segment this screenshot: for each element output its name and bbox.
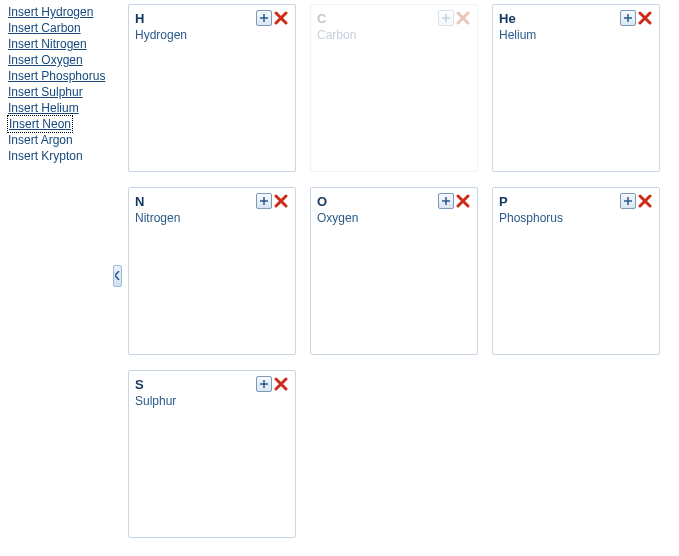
card-symbol: H bbox=[135, 11, 256, 26]
plus-icon bbox=[259, 13, 269, 23]
card-name: Carbon bbox=[317, 28, 471, 42]
remove-button[interactable] bbox=[455, 10, 471, 26]
add-button[interactable] bbox=[620, 10, 636, 26]
insert-oxygen-link[interactable]: Insert Oxygen bbox=[8, 52, 113, 68]
plus-icon bbox=[259, 196, 269, 206]
card-symbol: O bbox=[317, 194, 438, 209]
close-icon bbox=[274, 194, 288, 208]
cards-area: H Hydrogen C bbox=[128, 4, 668, 553]
add-button[interactable] bbox=[256, 376, 272, 392]
plus-icon bbox=[441, 13, 451, 23]
remove-button[interactable] bbox=[455, 193, 471, 209]
insert-argon-link[interactable]: Insert Argon bbox=[8, 132, 113, 148]
card-carbon: C Carbon bbox=[310, 4, 478, 172]
close-icon bbox=[274, 11, 288, 25]
plus-icon bbox=[441, 196, 451, 206]
card-sulphur: S Sulphur bbox=[128, 370, 296, 538]
card-symbol: N bbox=[135, 194, 256, 209]
remove-button[interactable] bbox=[273, 193, 289, 209]
card-name: Oxygen bbox=[317, 211, 471, 225]
card-name: Phosphorus bbox=[499, 211, 653, 225]
insert-krypton-link[interactable]: Insert Krypton bbox=[8, 148, 113, 164]
sidebar: Insert Hydrogen Insert Carbon Insert Nit… bbox=[8, 4, 113, 164]
insert-phosphorus-link[interactable]: Insert Phosphorus bbox=[8, 68, 113, 84]
card-row: S Sulphur bbox=[128, 370, 668, 538]
insert-nitrogen-link[interactable]: Insert Nitrogen bbox=[8, 36, 113, 52]
plus-icon bbox=[623, 13, 633, 23]
add-button[interactable] bbox=[438, 193, 454, 209]
card-symbol: P bbox=[499, 194, 620, 209]
close-icon bbox=[456, 11, 470, 25]
card-name: Sulphur bbox=[135, 394, 289, 408]
card-row: H Hydrogen C bbox=[128, 4, 668, 172]
insert-helium-link[interactable]: Insert Helium bbox=[8, 100, 113, 116]
card-name: Nitrogen bbox=[135, 211, 289, 225]
card-symbol: He bbox=[499, 11, 620, 26]
add-button[interactable] bbox=[620, 193, 636, 209]
close-icon bbox=[456, 194, 470, 208]
add-button[interactable] bbox=[256, 10, 272, 26]
card-symbol: S bbox=[135, 377, 256, 392]
card-name: Helium bbox=[499, 28, 653, 42]
insert-carbon-link[interactable]: Insert Carbon bbox=[8, 20, 113, 36]
remove-button[interactable] bbox=[637, 10, 653, 26]
plus-icon bbox=[623, 196, 633, 206]
card-name: Hydrogen bbox=[135, 28, 289, 42]
card-nitrogen: N Nitrogen bbox=[128, 187, 296, 355]
plus-icon bbox=[259, 379, 269, 389]
add-button[interactable] bbox=[256, 193, 272, 209]
card-oxygen: O Oxygen bbox=[310, 187, 478, 355]
remove-button[interactable] bbox=[273, 376, 289, 392]
card-hydrogen: H Hydrogen bbox=[128, 4, 296, 172]
close-icon bbox=[638, 194, 652, 208]
sidebar-collapse-handle[interactable] bbox=[113, 265, 122, 287]
remove-button[interactable] bbox=[637, 193, 653, 209]
insert-hydrogen-link[interactable]: Insert Hydrogen bbox=[8, 4, 113, 20]
remove-button[interactable] bbox=[273, 10, 289, 26]
chevron-left-icon bbox=[115, 269, 120, 283]
card-row: N Nitrogen O bbox=[128, 187, 668, 355]
insert-sulphur-link[interactable]: Insert Sulphur bbox=[8, 84, 113, 100]
insert-neon-link[interactable]: Insert Neon bbox=[8, 116, 72, 132]
close-icon bbox=[274, 377, 288, 391]
add-button[interactable] bbox=[438, 10, 454, 26]
card-helium: He Helium bbox=[492, 4, 660, 172]
close-icon bbox=[638, 11, 652, 25]
card-symbol: C bbox=[317, 11, 438, 26]
card-phosphorus: P Phosphorus bbox=[492, 187, 660, 355]
